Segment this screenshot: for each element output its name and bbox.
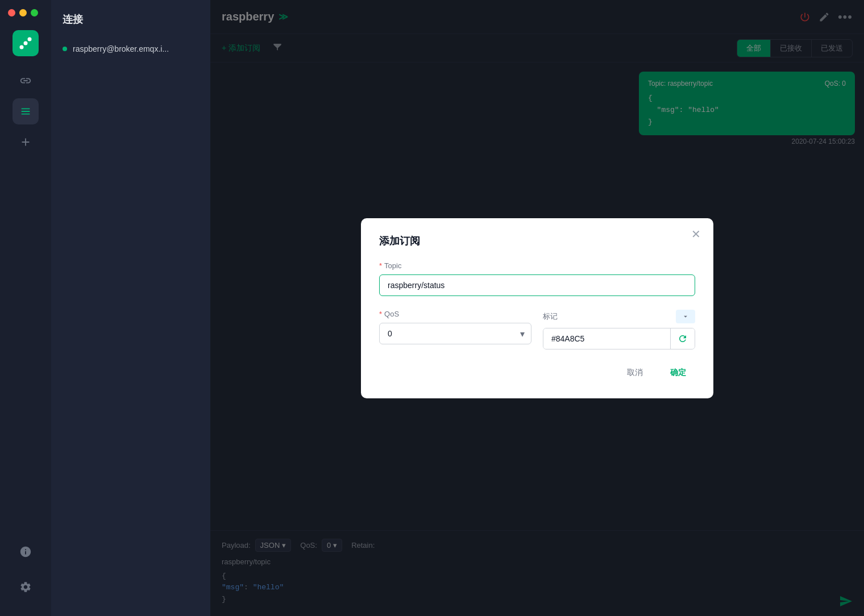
sidebar-item-scripts[interactable] xyxy=(13,98,39,124)
chevron-down-icon xyxy=(682,313,689,321)
connection-item[interactable]: raspberry@broker.emqx.i... xyxy=(51,38,210,60)
app-logo[interactable] xyxy=(13,30,39,56)
label-col: 标记 xyxy=(543,310,695,349)
minimize-window-button[interactable] xyxy=(19,9,27,16)
topic-required-star: * xyxy=(379,261,382,270)
qos-select-wrap: 0 1 2 ▾ xyxy=(379,323,531,344)
sidebar-item-settings[interactable] xyxy=(13,574,39,600)
sidebar-item-info[interactable] xyxy=(13,539,39,565)
logo-icon xyxy=(18,35,34,51)
connection-status-dot xyxy=(63,47,67,51)
topic-field-label: * Topic xyxy=(379,261,695,270)
color-refresh-button[interactable] xyxy=(670,328,695,349)
link-icon xyxy=(19,74,32,87)
confirm-button[interactable]: 确定 xyxy=(661,363,695,382)
label-label-text: 标记 xyxy=(543,311,558,322)
label-header: 标记 xyxy=(543,310,695,323)
titlebar-buttons xyxy=(0,0,51,24)
qos-required-star: * xyxy=(379,310,382,318)
qos-dropdown[interactable]: 0 1 2 xyxy=(379,323,531,344)
qos-field-label: * QoS xyxy=(379,310,531,318)
close-window-button[interactable] xyxy=(8,9,15,16)
plus-icon xyxy=(19,136,32,148)
sidebar-item-connections[interactable] xyxy=(13,68,39,94)
label-field-label: 标记 xyxy=(543,311,558,322)
add-subscription-modal: 添加订阅 ✕ * Topic * QoS 0 1 xyxy=(361,218,713,398)
left-panel: 连接 raspberry@broker.emqx.i... xyxy=(51,0,210,616)
refresh-icon xyxy=(678,334,688,344)
modal-title: 添加订阅 xyxy=(379,234,695,248)
qos-label-row: * QoS 0 1 2 ▾ 标记 xyxy=(379,310,695,349)
info-icon xyxy=(19,546,32,558)
left-panel-title: 连接 xyxy=(51,0,210,38)
modal-overlay[interactable]: 添加订阅 ✕ * Topic * QoS 0 1 xyxy=(210,0,864,616)
sidebar-bottom xyxy=(13,539,39,616)
topic-input[interactable] xyxy=(379,274,695,296)
sidebar xyxy=(0,0,51,616)
sidebar-item-add[interactable] xyxy=(13,129,39,155)
grid-icon xyxy=(19,105,32,118)
topic-label-text: Topic xyxy=(384,261,401,270)
modal-close-button[interactable]: ✕ xyxy=(691,228,701,240)
qos-col: * QoS 0 1 2 ▾ xyxy=(379,310,531,349)
main-content: raspberry ≫ ••• + 添加订阅 xyxy=(210,0,864,616)
connection-name: raspberry@broker.emqx.i... xyxy=(73,44,169,53)
qos-label-text: QoS xyxy=(384,310,399,318)
maximize-window-button[interactable] xyxy=(31,9,38,16)
color-input-wrap xyxy=(543,328,695,349)
cancel-button[interactable]: 取消 xyxy=(618,363,652,382)
color-input[interactable] xyxy=(543,328,670,349)
modal-actions: 取消 确定 xyxy=(379,363,695,382)
label-toggle-button[interactable] xyxy=(676,310,695,323)
gear-icon xyxy=(19,581,32,593)
